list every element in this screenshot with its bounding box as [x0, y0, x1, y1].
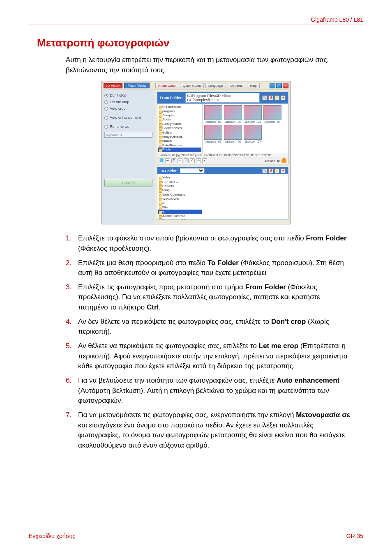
thumbnail-label: Jackson - 05	[205, 140, 221, 143]
tree-item[interactable]: WINDOWS	[158, 197, 202, 201]
folder-icon[interactable]: 📁	[274, 95, 279, 100]
radio-icon	[104, 107, 108, 111]
to-folder-label: To Folder:	[160, 169, 178, 173]
tree-item[interactable]: PictureFrame	[158, 152, 201, 153]
step-1: Επιλέξτε το φάκελο στον οποίο βρίσκονται…	[66, 233, 351, 254]
step-6: Για να βελτιώσετε την ποιότητα των φωτογ…	[66, 376, 351, 406]
tree-item[interactable]: File	[158, 205, 202, 210]
step-7: Για να μετονομάσετε τις φωτογραφίες σας,…	[66, 410, 351, 451]
tree-item[interactable]: Backgrounds	[158, 122, 201, 126]
thumbnail-label: Jackson - 01	[205, 120, 221, 123]
tree-item[interactable]: Reports	[158, 184, 202, 188]
mini-toolbar: 🌐 ➡ 🖼 ✂ ⬜ ↶ ↷ ✖ Device a:	[157, 157, 288, 164]
from-folder-label: From Folder:	[160, 96, 183, 100]
step-3: Επιλέξτε τις φωτογραφίες προς μετατροπή …	[66, 282, 351, 313]
to-folder-select[interactable]	[180, 168, 205, 173]
tool-icon[interactable]: ↷	[196, 158, 201, 163]
heart-icon[interactable]: ♥	[281, 95, 286, 100]
page-footer: Εγχειρίδιο χρήσης GR-35	[29, 530, 363, 539]
tree-item[interactable]: PSFONTS	[158, 180, 202, 184]
app-screenshot: 3D-Album Main Menu Photo Conv Quick Guid…	[101, 81, 291, 224]
option-label: Don't crop	[110, 93, 127, 97]
search-icon[interactable]: 🔍	[262, 169, 267, 173]
convert-button[interactable]: Convert	[104, 179, 152, 187]
tool-icon[interactable]: ↶	[190, 158, 195, 163]
tree-item[interactable]: Bullets	[158, 131, 201, 135]
step-5: Αν θέλετε να περικόψετε τις φωτογραφίες …	[66, 341, 351, 372]
tab-quick-guide[interactable]: Quick Guide	[180, 83, 204, 88]
search-icon[interactable]: 🔍	[262, 95, 267, 100]
intro-text: Αυτή η λειτουργία επιτρέπει την περικοπή…	[66, 55, 355, 75]
radio-icon	[104, 125, 108, 129]
tree-item[interactable]: program	[158, 109, 201, 113]
option-let-me-crop[interactable]: Let me crop	[104, 100, 152, 104]
tree-item[interactable]: Yahoo!	[158, 175, 202, 180]
radio-icon	[104, 116, 108, 120]
maximize-icon[interactable]: ▢	[276, 83, 282, 88]
footer-right: GR-35	[346, 533, 363, 539]
tab-photo-conv[interactable]: Photo Conv	[155, 83, 178, 88]
to-folder-pane: To Folder: 🔍 📌 📁 ♥	[157, 167, 288, 220]
option-auto-enhancement[interactable]: Auto enhancement	[104, 115, 152, 120]
tree-item-selected[interactable]: e:	[158, 210, 202, 214]
tool-icon[interactable]: ➡	[165, 158, 170, 163]
option-dont-crop[interactable]: Don't crop	[104, 93, 152, 97]
option-rename-to[interactable]: Rename to:	[104, 125, 152, 129]
close-icon[interactable]: ×	[283, 83, 288, 88]
tree-item[interactable]: Total Commanc	[158, 193, 202, 197]
tool-icon[interactable]: ✂	[178, 158, 182, 163]
tree-item[interactable]: Samples	[158, 113, 201, 118]
thumbnail-label: Jackson - 07	[244, 140, 261, 143]
thumbnail[interactable]: Jackson - 02	[224, 105, 242, 123]
tree-item[interactable]: ImageObjects	[158, 135, 201, 139]
to-folder-tree[interactable]: Yahoo! PSFONTS Reports temp Total Comman…	[157, 174, 203, 219]
thumbnail[interactable]: Jackson - 04	[263, 105, 281, 123]
radio-icon	[104, 100, 108, 104]
tree-item[interactable]: FrameMaker7.0	[158, 218, 202, 219]
options-panel: Don't crop Let me crop Auto crop Auto en…	[102, 90, 155, 224]
from-folder-pane: From Folder: C:\Program Files\3D-Album-C…	[157, 92, 288, 164]
from-folder-path: C:\Program Files\3D-Album-CC/Samples/Pho…	[185, 93, 260, 103]
tool-icon[interactable]: ⬜	[184, 158, 189, 163]
option-label: Auto enhancement	[110, 115, 141, 120]
option-auto-crop[interactable]: Auto crop	[104, 106, 152, 111]
tree-item[interactable]: temp	[158, 188, 202, 192]
minimize-icon[interactable]: –	[270, 83, 275, 88]
tool-icon[interactable]: 🌐	[159, 158, 164, 163]
from-folder-tree[interactable]: Presentation program Samples Audio Backg…	[157, 104, 203, 153]
thumbnail-label: Jackson - 04	[264, 120, 281, 123]
thumbnail[interactable]: Jackson - 07	[244, 125, 262, 143]
thumbnail[interactable]: Jackson - 03	[244, 105, 262, 123]
pin-icon[interactable]: 📌	[268, 169, 273, 173]
tree-item[interactable]: d:	[158, 201, 202, 205]
thumbnail[interactable]: Jackson - 01	[204, 105, 222, 123]
device-icon[interactable]	[281, 158, 286, 163]
thumbnail-grid[interactable]: Jackson - 01 Jackson - 02 Jackson - 03 J…	[203, 104, 288, 153]
tree-item-selected[interactable]: Photo	[158, 148, 201, 152]
folder-icon[interactable]: 📁	[274, 169, 279, 173]
tree-item[interactable]: BookThemes	[158, 126, 201, 130]
tab-help[interactable]: Help	[247, 83, 259, 88]
thumbnail[interactable]: Jackson - 06	[224, 125, 242, 143]
tree-item[interactable]: PaintBrushes	[158, 143, 201, 148]
tree-item[interactable]: Adobe Illustrato	[158, 214, 202, 218]
option-label: Auto crop	[110, 106, 126, 111]
radio-icon	[104, 94, 108, 97]
tree-item[interactable]: Presentation	[158, 105, 201, 109]
device-label: Device	[265, 159, 275, 163]
heart-icon[interactable]: ♥	[281, 169, 286, 173]
tool-icon[interactable]: 🖼	[171, 158, 176, 163]
tab-updates[interactable]: Updates	[228, 83, 246, 88]
tab-language[interactable]: Language	[205, 83, 226, 88]
option-label: Rename to:	[110, 125, 129, 129]
tool-icon[interactable]: ✖	[202, 158, 207, 163]
tree-item[interactable]: Audio	[158, 118, 201, 122]
thumbnail[interactable]: Jackson - 05	[204, 125, 222, 143]
rename-input[interactable]	[104, 132, 152, 138]
footer-left: Εγχειρίδιο χρήσης	[29, 533, 75, 539]
pin-icon[interactable]: 📌	[268, 95, 273, 100]
tree-item[interactable]: Masks	[158, 139, 201, 143]
status-bar: Jackson - 03.jpg: 768x1160 pixels, modif…	[157, 153, 288, 157]
step-4: Αν δεν θέλετε να περικόψετε τις φωτογραφ…	[66, 317, 351, 337]
main-menu-button[interactable]: Main Menu	[124, 83, 150, 88]
